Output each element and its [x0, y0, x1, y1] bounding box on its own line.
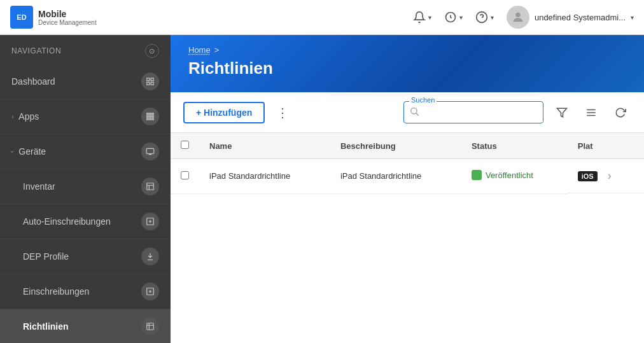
- nav-pin-icon[interactable]: ⊙: [145, 44, 159, 58]
- user-menu[interactable]: undefined Systemadmi... ▾: [507, 6, 634, 29]
- apps-left: › Apps: [11, 111, 39, 122]
- svg-rect-18: [147, 183, 154, 190]
- geraete-icon-btn: [141, 143, 159, 160]
- page-banner: Home > Richtlinien: [171, 35, 644, 92]
- sidebar-item-einschreibungen[interactable]: Einschreibungen: [0, 274, 171, 309]
- sidebar-item-label-auto: Auto-Einschreibungen: [23, 216, 111, 227]
- row-name: iPad Standardrichtline: [199, 159, 330, 194]
- help-button[interactable]: ▾: [475, 11, 494, 24]
- svg-line-25: [416, 113, 419, 116]
- row-platform: iOS ›: [568, 159, 644, 193]
- row-status: Veröffentlicht: [461, 159, 568, 194]
- col-checkbox: [171, 133, 199, 159]
- svg-rect-11: [147, 116, 148, 117]
- refresh-button[interactable]: [610, 103, 631, 122]
- user-name-label: undefined Systemadmi...: [535, 13, 626, 22]
- table-body: iPad Standardrichtline iPad Standardrich…: [171, 159, 644, 194]
- breadcrumb: Home >: [188, 45, 626, 55]
- auto-einschreibungen-icon: [146, 217, 155, 226]
- sidebar-item-auto-einschreibungen[interactable]: Auto-Einschreibungen: [0, 204, 171, 239]
- user-chevron: ▾: [631, 14, 634, 21]
- svg-rect-17: [146, 148, 154, 153]
- sidebar-item-label-dashboard: Dashboard: [11, 76, 55, 87]
- svg-rect-14: [147, 118, 148, 120]
- row-checkbox[interactable]: [181, 171, 189, 179]
- add-button[interactable]: + Hinzufügen: [183, 102, 265, 123]
- sidebar-item-apps[interactable]: › Apps: [0, 99, 171, 134]
- col-name: Name: [199, 133, 330, 159]
- breadcrumb-home[interactable]: Home: [188, 45, 211, 55]
- sidebar-item-richtlinien[interactable]: Richtlinien: [0, 309, 171, 343]
- notifications-chevron: ▾: [428, 14, 431, 21]
- geraete-icon: [146, 147, 155, 156]
- sidebar-item-label-dep: DEP Profile: [23, 251, 69, 262]
- row-action-chevron[interactable]: ›: [603, 167, 617, 185]
- dashboard-icon-btn: [141, 73, 159, 90]
- svg-rect-9: [150, 113, 151, 115]
- svg-rect-8: [147, 113, 148, 115]
- filter-icon: [556, 107, 568, 118]
- dep-icon-btn: [141, 248, 159, 265]
- svg-marker-26: [557, 108, 567, 117]
- dashboard-icon: [146, 77, 155, 86]
- top-header: ED Mobile Device Management ▾ ▾: [0, 0, 644, 35]
- apps-icon: [146, 112, 155, 121]
- table-header: Name Beschreibung Status Plat: [171, 133, 644, 159]
- filter-button[interactable]: [551, 103, 573, 122]
- list-view-button[interactable]: [580, 103, 602, 122]
- auto-icon-btn: [141, 213, 159, 230]
- sidebar-item-dashboard[interactable]: Dashboard: [0, 64, 171, 99]
- search-box: Suchen: [403, 101, 543, 123]
- geraete-chevron: ›: [9, 150, 16, 152]
- svg-rect-15: [150, 118, 151, 120]
- svg-point-24: [411, 108, 417, 114]
- select-all-checkbox[interactable]: [181, 141, 189, 149]
- col-platform: Plat: [568, 133, 644, 159]
- search-icon: [404, 102, 424, 123]
- sidebar-item-label-inventar: Inventar: [23, 181, 55, 192]
- col-status: Status: [461, 133, 568, 159]
- status-text: Veröffentlicht: [486, 171, 533, 180]
- row-checkbox-cell: [171, 159, 199, 194]
- help-icon: [475, 11, 488, 24]
- svg-rect-13: [152, 116, 153, 117]
- sidebar-item-label-geraete: Geräte: [18, 146, 46, 157]
- sidebar-item-dep-profile[interactable]: DEP Profile: [0, 239, 171, 274]
- svg-rect-10: [152, 113, 153, 115]
- sync-button[interactable]: ▾: [444, 11, 463, 24]
- svg-rect-5: [151, 78, 153, 81]
- table-container: Name Beschreibung Status Plat: [171, 133, 644, 343]
- svg-point-3: [515, 13, 520, 17]
- sync-chevron: ▾: [459, 14, 463, 21]
- col-beschreibung: Beschreibung: [330, 133, 461, 159]
- header-right: ▾ ▾ ▾ undefined Systemadm: [413, 6, 634, 29]
- inventar-icon: [146, 182, 155, 191]
- refresh-icon: [615, 107, 626, 118]
- more-options-button[interactable]: ⋮: [272, 102, 293, 123]
- content-area: Home > Richtlinien + Hinzufügen ⋮ Suchen: [171, 35, 644, 343]
- sidebar: NAVIGATION ⊙ Dashboard › Apps: [0, 35, 171, 343]
- svg-rect-7: [151, 82, 153, 85]
- sidebar-item-inventar[interactable]: Inventar: [0, 169, 171, 204]
- search-label: Suchen: [409, 96, 437, 104]
- bell-icon: [413, 11, 426, 24]
- einschreibungen-icon: [146, 287, 155, 296]
- svg-rect-4: [147, 78, 150, 81]
- add-button-label: + Hinzufügen: [196, 108, 252, 118]
- sidebar-item-label-einschreibungen: Einschreibungen: [23, 286, 89, 297]
- status-dot: [472, 170, 482, 180]
- sidebar-item-geraete[interactable]: › Geräte: [0, 134, 171, 169]
- notifications-button[interactable]: ▾: [413, 11, 431, 24]
- search-input[interactable]: [424, 103, 543, 122]
- user-avatar-icon: [511, 10, 525, 24]
- einschreibungen-icon-btn: [141, 283, 159, 300]
- data-table: Name Beschreibung Status Plat: [171, 133, 644, 194]
- sidebar-nav-header: NAVIGATION ⊙: [0, 35, 171, 64]
- list-icon: [585, 107, 597, 118]
- richtlinien-icon: [146, 322, 155, 331]
- main-layout: NAVIGATION ⊙ Dashboard › Apps: [0, 35, 644, 343]
- sidebar-item-label-apps: Apps: [18, 111, 39, 122]
- app-name: Mobile Device Management: [38, 9, 97, 26]
- apps-chevron: ›: [11, 113, 13, 120]
- avatar: [507, 6, 529, 29]
